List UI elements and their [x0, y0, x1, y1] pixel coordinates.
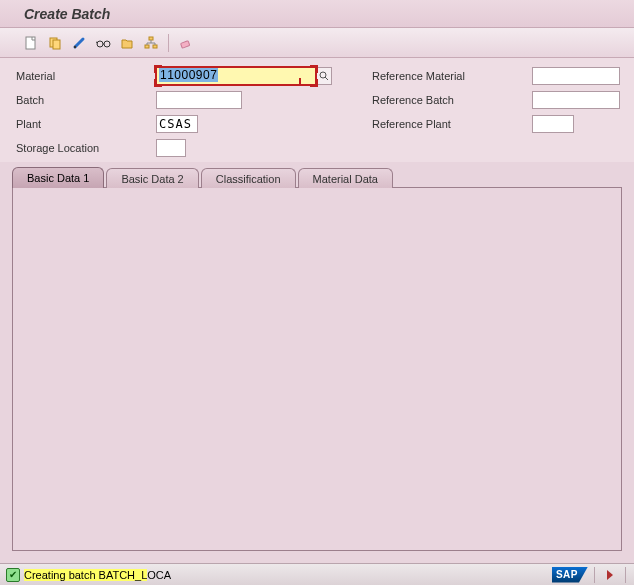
svg-rect-9 — [149, 37, 153, 40]
hierarchy-button[interactable] — [140, 33, 162, 53]
page-title: Create Batch — [24, 6, 622, 22]
ref-material-input[interactable] — [532, 67, 620, 85]
material-value: 11000907 — [159, 68, 218, 82]
material-search-help-button[interactable] — [316, 67, 332, 85]
open-button[interactable] — [116, 33, 138, 53]
svg-point-5 — [97, 41, 103, 47]
ref-material-label: Reference Material — [372, 70, 532, 82]
form-column-left: Material 11000907 Batch Plant Storage Lo… — [16, 66, 332, 158]
batch-label: Batch — [16, 94, 156, 106]
form-area: Material 11000907 Batch Plant Storage Lo… — [0, 58, 634, 162]
status-bar: ✔ Creating batch BATCH_LOCA SAP — [0, 563, 634, 585]
change-button[interactable] — [68, 33, 90, 53]
tab-material-data[interactable]: Material Data — [298, 168, 393, 188]
svg-line-3 — [75, 39, 83, 47]
material-field-wrap: 11000907 — [156, 67, 332, 85]
title-bar: Create Batch — [0, 0, 634, 28]
status-separator — [625, 567, 626, 583]
svg-point-4 — [74, 45, 76, 47]
ref-batch-label: Reference Batch — [372, 94, 532, 106]
tab-classification[interactable]: Classification — [201, 168, 296, 188]
ref-batch-input[interactable] — [532, 91, 620, 109]
svg-line-18 — [325, 77, 328, 80]
copy-icon — [48, 36, 62, 50]
copy-button[interactable] — [44, 33, 66, 53]
ref-plant-label: Reference Plant — [372, 118, 532, 130]
plant-input[interactable] — [156, 115, 198, 133]
status-separator — [594, 567, 595, 583]
pencil-icon — [72, 36, 86, 50]
status-message-tail: OCA — [147, 569, 171, 581]
storage-location-label: Storage Location — [16, 142, 156, 154]
eraser-button[interactable] — [175, 33, 197, 53]
new-button[interactable] — [20, 33, 42, 53]
material-label: Material — [16, 70, 156, 82]
svg-rect-10 — [145, 45, 149, 48]
session-indicator-icon[interactable] — [607, 570, 613, 580]
open-folder-icon — [120, 36, 134, 50]
tabstrip: Basic Data 1 Basic Data 2 Classification… — [12, 166, 622, 188]
ref-plant-input[interactable] — [532, 115, 574, 133]
tab-basic-data-2[interactable]: Basic Data 2 — [106, 168, 198, 188]
new-document-icon — [24, 36, 38, 50]
svg-point-6 — [104, 41, 110, 47]
batch-input[interactable] — [156, 91, 242, 109]
sap-logo-text: SAP — [552, 567, 588, 583]
display-button[interactable] — [92, 33, 114, 53]
material-input[interactable]: 11000907 — [156, 67, 316, 85]
toolbar — [0, 28, 634, 58]
svg-rect-2 — [53, 40, 60, 49]
tab-basic-data-1[interactable]: Basic Data 1 — [12, 167, 104, 188]
tabstrip-border — [395, 187, 622, 188]
hierarchy-icon — [144, 36, 158, 50]
svg-rect-0 — [26, 37, 35, 49]
glasses-icon — [95, 36, 111, 50]
status-message: Creating batch BATCH_LOCA — [24, 569, 171, 581]
storage-location-input[interactable] — [156, 139, 186, 157]
toolbar-separator — [168, 34, 169, 52]
status-message-highlight: Creating batch BATCH_L — [24, 569, 147, 581]
status-success-icon: ✔ — [6, 568, 20, 582]
plant-label: Plant — [16, 118, 156, 130]
eraser-icon — [179, 36, 193, 50]
tab-content-area — [12, 187, 622, 551]
search-help-icon — [319, 71, 329, 81]
form-column-right: Reference Material Reference Batch Refer… — [372, 66, 620, 158]
svg-rect-16 — [181, 40, 190, 47]
svg-rect-11 — [153, 45, 157, 48]
sap-logo: SAP — [552, 567, 588, 583]
